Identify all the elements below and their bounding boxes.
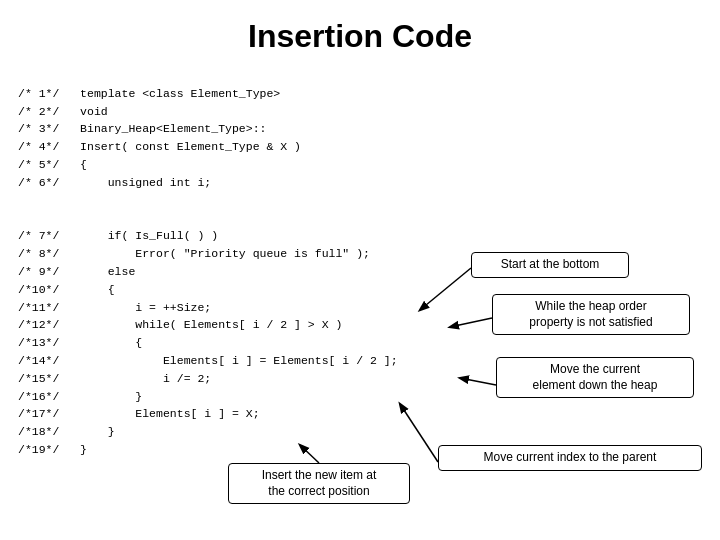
line-6: /* 6*/ unsigned int i; xyxy=(18,176,211,189)
line-13: /*13*/ { xyxy=(18,336,142,349)
line-19: /*19*/ } xyxy=(18,443,87,456)
line-18: /*18*/ } xyxy=(18,425,115,438)
line-1: /* 1*/ template <class Element_Type> xyxy=(18,87,280,100)
line-14: /*14*/ Elements[ i ] = Elements[ i / 2 ]… xyxy=(18,354,398,367)
line-2: /* 2*/ void xyxy=(18,105,108,118)
annotation-start-at-bottom: Start at the bottom xyxy=(471,252,629,278)
annotation-while-heap-order: While the heap orderproperty is not sati… xyxy=(492,294,690,335)
annotation-insert-new-item: Insert the new item atthe correct positi… xyxy=(228,463,410,504)
annotation-move-element-down: Move the currentelement down the heap xyxy=(496,357,694,398)
annotation-move-current-index: Move current index to the parent xyxy=(438,445,702,471)
page: Insertion Code /* 1*/ template <class El… xyxy=(0,0,720,540)
line-9: /* 9*/ else xyxy=(18,265,135,278)
line-7: /* 7*/ if( Is_Full( ) ) xyxy=(18,229,218,242)
line-blank xyxy=(18,212,25,225)
line-8: /* 8*/ Error( "Priority queue is full" )… xyxy=(18,247,370,260)
line-3: /* 3*/ Binary_Heap<Element_Type>:: xyxy=(18,122,266,135)
page-title: Insertion Code xyxy=(0,0,720,65)
line-5: /* 5*/ { xyxy=(18,158,87,171)
line-17: /*17*/ Elements[ i ] = X; xyxy=(18,407,260,420)
line-16: /*16*/ } xyxy=(18,390,142,403)
line-11: /*11*/ i = ++Size; xyxy=(18,301,211,314)
line-15: /*15*/ i /= 2; xyxy=(18,372,211,385)
line-4: /* 4*/ Insert( const Element_Type & X ) xyxy=(18,140,301,153)
line-10: /*10*/ { xyxy=(18,283,115,296)
line-12: /*12*/ while( Elements[ i / 2 ] > X ) xyxy=(18,318,342,331)
